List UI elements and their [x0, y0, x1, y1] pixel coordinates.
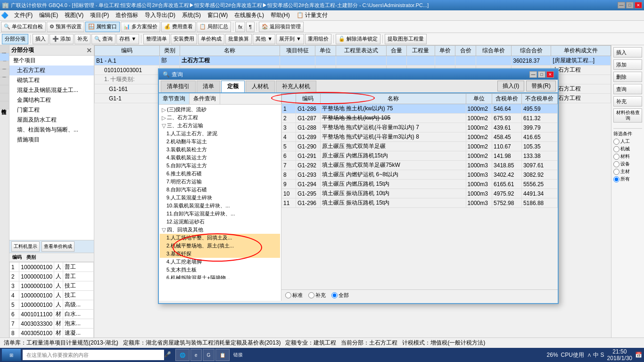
tree-node-highlighted1[interactable]: 1.人工场地平整、回填土及...: [160, 234, 280, 242]
menu-view[interactable]: 视图(V): [62, 10, 86, 20]
btn-multi-plan[interactable]: 📊 多方案报价: [121, 22, 160, 32]
btn-unlock[interactable]: 🔓 解除清单锁定: [336, 34, 380, 44]
menu-edit[interactable]: 编辑(E): [36, 10, 61, 20]
btn-archive[interactable]: 存档 ▼: [116, 34, 139, 44]
tree-node[interactable]: ▽四、回填及其他: [160, 226, 280, 234]
btn-right-add[interactable]: 添加: [613, 59, 642, 70]
vert-tab-table[interactable]: 表格: [0, 93, 9, 101]
quota-row[interactable]: 1 G1-286 平整场地 推土机(kw以内) 75 1000m2 546.64…: [282, 104, 558, 114]
tree-node[interactable]: 6.推土机推石碴: [160, 170, 280, 178]
quota-row[interactable]: 4G1-289 平整场地 拖式铲运机(斗容量m3以内) 8 1000m2458.…: [282, 132, 558, 142]
quota-row[interactable]: 7G1-292 填土碾压 拖式双简羊足碾75kW 1000m33418.8530…: [282, 161, 558, 170]
btn-right-delete[interactable]: 删除: [613, 72, 642, 82]
tree-item-wall[interactable]: 墙、柱面装饰与隔断、...: [9, 125, 85, 135]
tree-node[interactable]: ▷二、石方工程: [160, 114, 280, 122]
btn-expand[interactable]: 展开到 ▼: [276, 34, 304, 44]
btn-unit-check[interactable]: 🔍 单位工程自检: [1, 22, 46, 32]
tree-node[interactable]: 5.支木挡土板: [160, 266, 280, 274]
btn-mat-price-query[interactable]: 材料价格查询: [613, 108, 642, 123]
quota-row[interactable]: 11G1-296 填土碾压 振动压路机 15t内 1000m35752.9851…: [282, 198, 558, 208]
tree-item-measures-left[interactable]: 措施项目: [9, 135, 94, 145]
radio-std[interactable]: [285, 292, 291, 298]
vert-tab-check[interactable]: 符合性检查: [0, 101, 9, 109]
filter-main-mat[interactable]: 主材: [613, 168, 642, 175]
menu-window[interactable]: 窗口(W): [205, 10, 231, 20]
btn-formula[interactable]: fx: [235, 22, 245, 32]
panel-close-btn[interactable]: ✕: [86, 47, 92, 54]
radio-labor[interactable]: [613, 139, 619, 145]
btn-reuse[interactable]: 重用组价: [305, 34, 331, 44]
filter-equipment[interactable]: 设备: [613, 161, 642, 167]
quota-row[interactable]: 6G1-291 原土碾压 内燃压路机15t内 1000m2141.98133.3…: [282, 151, 558, 161]
tree-item-door[interactable]: 门窗工程: [9, 105, 94, 115]
dialog-minimize[interactable]: —: [529, 71, 537, 78]
btn-insert-top[interactable]: 插入(I): [497, 81, 524, 91]
btn-return-project[interactable]: 🏠 返回项目管理: [259, 22, 304, 32]
btn-unit-price[interactable]: 单价构成: [198, 34, 224, 44]
btn-paragraph[interactable]: ¶: [246, 22, 255, 32]
filter-all-std[interactable]: 全部: [331, 292, 349, 299]
tree-node[interactable]: 4.人工挖老墙脚: [160, 258, 280, 266]
table-row[interactable]: B1 - A.1 部 土石方工程 360218.37 [房屋建筑工程...]: [95, 56, 611, 66]
vert-tab-fee[interactable]: 费用汇总: [0, 85, 9, 93]
btn-right-query[interactable]: 查询: [613, 84, 642, 94]
tab-cond-query[interactable]: 条件查询: [190, 93, 220, 104]
btn-query[interactable]: 🔍 查询: [91, 34, 116, 44]
vert-tab-other[interactable]: 其他项目: [0, 69, 9, 77]
tab-manmat[interactable]: 人材机: [246, 81, 275, 92]
vert-tab-section[interactable]: 分部分项: [0, 53, 9, 61]
tree-item-earthwork[interactable]: 土石方工程: [9, 66, 94, 75]
tab-qs-guide[interactable]: 清单指引: [161, 81, 196, 92]
btn-right-insert[interactable]: 插入: [613, 47, 642, 58]
radio-all[interactable]: [613, 176, 619, 182]
btn-extract-qty[interactable]: 提取图形工程量: [385, 34, 427, 44]
btn-section-item[interactable]: 分部分项: [2, 34, 28, 44]
tree-node[interactable]: ▽三、土石方运输: [160, 122, 280, 130]
btn-price-compose[interactable]: 查看单价构成: [41, 241, 74, 252]
btn-supplement[interactable]: 补充: [74, 34, 91, 44]
minimize-button[interactable]: —: [618, 2, 625, 8]
menu-payment[interactable]: 📋 计量支付: [294, 10, 330, 20]
tree-item-concrete[interactable]: 混凝土及钢筋混凝土工...: [9, 85, 85, 95]
filter-labor[interactable]: 人工: [613, 138, 642, 145]
tree-item-metal[interactable]: 金属结构工程: [9, 95, 94, 105]
tree-node[interactable]: 7.明挖石方运输: [160, 178, 280, 186]
radio-all-std[interactable]: [331, 292, 338, 298]
tab-chapter-query[interactable]: 章节查询: [159, 93, 190, 104]
dialog-maximize[interactable]: □: [538, 71, 545, 78]
restore-button[interactable]: □: [626, 2, 634, 8]
tree-node-highlighted3[interactable]: 3.基底钎探: [160, 250, 280, 258]
menu-online[interactable]: 在线服务(L): [231, 10, 267, 20]
tree-item-root[interactable]: 整个项目: [9, 56, 94, 66]
vert-tab-manmat[interactable]: 人材机汇总: [0, 77, 9, 85]
taskbar-btn-edge[interactable]: 🌐: [175, 349, 190, 361]
radio-main-mat[interactable]: [613, 169, 619, 175]
tree-node-highlighted2[interactable]: 2.机械平整场地、原土(填土...: [160, 242, 280, 250]
quota-row[interactable]: 2 G1-287 平整场地 推土机(kw内) 105 1000m2 675.93…: [282, 114, 558, 123]
tree-node[interactable]: 9.人工装混凝土碎块: [160, 194, 280, 202]
quota-row[interactable]: 8G1-293 填土碾压 内燃铲运机 6~8t以内 1000m33402.423…: [282, 170, 558, 180]
win-start-btn[interactable]: ⊞: [2, 349, 21, 361]
filter-material[interactable]: 材料: [613, 153, 642, 160]
tree-node[interactable]: 8.自卸汽车运石碴: [160, 186, 280, 194]
btn-right-supplement[interactable]: 补充: [613, 96, 642, 107]
tree-node[interactable]: 4.装载机装运土方: [160, 154, 280, 162]
vert-tab-measures[interactable]: 措施项目: [0, 61, 9, 69]
btn-batch-replace[interactable]: 批量换算: [225, 34, 252, 44]
menu-system[interactable]: 系统(S): [179, 10, 204, 20]
menu-import-export[interactable]: 导入导出(D): [142, 10, 178, 20]
tree-item-masonry[interactable]: 砌筑工程: [9, 75, 94, 85]
tree-item-roof[interactable]: 屋面及防水工程: [9, 115, 94, 125]
taskbar-btn-ie[interactable]: e: [190, 349, 202, 361]
tree-node[interactable]: 6.机械拆除混凝土+隔墙物...: [160, 274, 280, 279]
tree-node[interactable]: 5.自卸汽车运土方: [160, 162, 280, 170]
btn-budget-setup[interactable]: ⚙ 预算书设置: [47, 22, 84, 32]
btn-fee-view[interactable]: 💰 费用查看: [161, 22, 196, 32]
btn-labor-show[interactable]: 工料机显示: [11, 241, 40, 252]
tab-quota[interactable]: 定额: [221, 81, 245, 92]
taskbar-btn-app[interactable]: 📋: [215, 349, 230, 361]
tree-node[interactable]: ▷(三)搅拌泥、流砂: [160, 106, 280, 114]
tab-qs[interactable]: 清单: [197, 81, 220, 92]
radio-equipment[interactable]: [613, 161, 619, 167]
btn-sort-list[interactable]: 整理清单: [143, 34, 170, 44]
